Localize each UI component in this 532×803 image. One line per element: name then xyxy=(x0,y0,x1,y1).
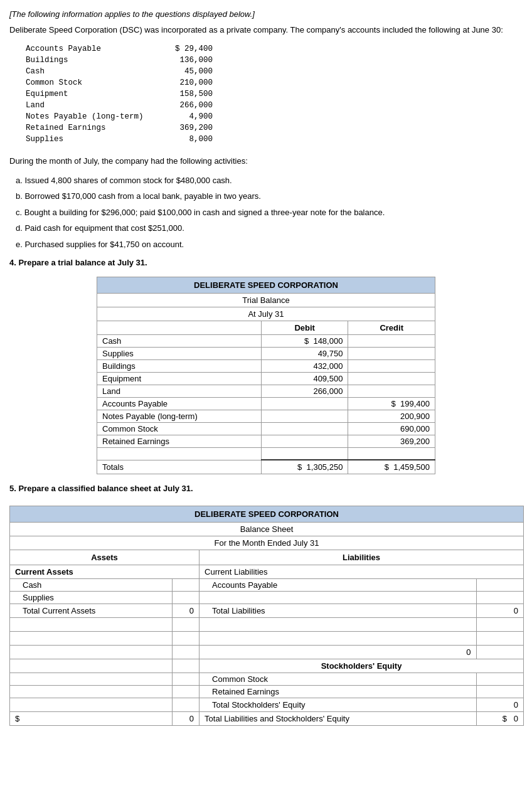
bs-re-row: Retained Earnings xyxy=(10,686,524,698)
tb-debit-np xyxy=(261,410,348,422)
tb-col-header-row: Debit Credit xyxy=(97,321,435,334)
account-row: Supplies8,000 xyxy=(23,134,225,144)
description-text: Deliberate Speed Corporation (DSC) was i… xyxy=(9,24,523,36)
bs-col-liabilities: Liabilities xyxy=(200,550,524,565)
tb-credit-equipment xyxy=(348,372,435,385)
bs-empty-row1 xyxy=(10,618,524,632)
tb-title: Trial Balance xyxy=(97,293,435,307)
tb-debit-supplies: 49,750 xyxy=(261,347,348,359)
bs-col-assets: Assets xyxy=(10,550,200,565)
activity-item: c. Bought a building for $296,000; paid … xyxy=(16,205,523,220)
question5: 5. Prepare a classified balance sheet at… xyxy=(9,484,523,493)
tb-row-ap: Accounts Payable $ 199,400 xyxy=(97,397,435,410)
tb-account-cs: Common Stock xyxy=(97,422,262,435)
account-row: Common Stock210,000 xyxy=(23,78,225,88)
tb-credit-cs: 690,000 xyxy=(348,422,435,435)
bs-cs-value xyxy=(476,673,523,686)
tb-col-account xyxy=(97,321,262,334)
activity-item: e. Purchased supplies for $41,750 on acc… xyxy=(16,237,523,252)
tb-account-ap: Accounts Payable xyxy=(97,397,262,410)
balance-sheet-section: DELIBERATE SPEED CORPORATION Balance She… xyxy=(9,506,524,726)
bs-re-label: Retained Earnings xyxy=(200,686,477,698)
tb-row-cash: Cash $ 148,000 xyxy=(97,334,435,347)
bs-supplies-label: Supplies xyxy=(10,592,173,604)
tb-debit-empty xyxy=(261,447,348,460)
bs-total-ca-label: Total Current Assets xyxy=(10,604,173,618)
intro-text: [The following information applies to th… xyxy=(9,9,523,19)
tb-credit-ap: $ 199,400 xyxy=(348,397,435,410)
tb-totals-credit: $ 1,459,500 xyxy=(348,460,435,474)
bs-company-row: DELIBERATE SPEED CORPORATION xyxy=(10,506,524,523)
tb-account-np: Notes Payable (long-term) xyxy=(97,410,262,422)
bs-supplies-row: Supplies xyxy=(10,592,524,604)
tb-row-equipment: Equipment 409,500 xyxy=(97,372,435,385)
tb-debit-land: 266,000 xyxy=(261,385,348,397)
bs-dollar-right: $ xyxy=(503,714,511,723)
tb-totals-debit: $ 1,305,250 xyxy=(261,460,348,474)
account-row: Accounts Payable$ 29,400 xyxy=(23,44,225,54)
bs-total-liab-label: Total Liabilities xyxy=(200,604,477,618)
tb-account-cash: Cash xyxy=(97,334,262,347)
tb-credit-buildings xyxy=(348,359,435,372)
tb-account-land: Land xyxy=(97,385,262,397)
bs-current-liab-header: Current Liabilities xyxy=(200,565,524,579)
activities-intro: During the month of July, the company ha… xyxy=(9,155,523,168)
bs-total-se-label: Total Stockholders' Equity xyxy=(200,698,477,712)
activity-item: a. Issued 4,800 shares of common stock f… xyxy=(16,173,523,188)
bs-tlse-num: 0 xyxy=(514,714,518,723)
account-row: Retained Earnings369,200 xyxy=(23,123,225,133)
bs-se-header: Stockholders' Equity xyxy=(200,659,524,673)
account-row: Land266,000 xyxy=(23,100,225,110)
tb-row-land: Land 266,000 xyxy=(97,385,435,397)
tb-credit-supplies xyxy=(348,347,435,359)
bs-total-liab-eq-value: $ 0 xyxy=(476,712,523,726)
tb-totals-row: Totals $ 1,305,250 $ 1,459,500 xyxy=(97,460,435,474)
bs-total-ca-value: 0 xyxy=(172,604,199,618)
bs-total-assets-value: 0 xyxy=(172,712,199,726)
tb-account-equipment: Equipment xyxy=(97,372,262,385)
account-row: Notes Payable (long-term)4,900 xyxy=(23,112,225,122)
tb-row-supplies: Supplies 49,750 xyxy=(97,347,435,359)
tb-date-row: At July 31 xyxy=(97,307,435,321)
bs-total-liab-eq-label: Total Liabilities and Stockholders' Equi… xyxy=(200,712,477,726)
bs-total-liab-value: 0 xyxy=(476,604,523,618)
bs-total-liab-eq-row: $ 0 Total Liabilities and Stockholders' … xyxy=(10,712,524,726)
tb-row-np: Notes Payable (long-term) 200,900 xyxy=(97,410,435,422)
bs-cash-value xyxy=(172,579,199,592)
bs-current-assets-header: Current Assets xyxy=(10,565,200,579)
bs-date-row: For the Month Ended July 31 xyxy=(10,536,524,550)
bs-cs-row: Common Stock xyxy=(10,673,524,686)
tb-credit-empty xyxy=(348,447,435,460)
bs-dollar-left: $ xyxy=(10,712,173,726)
balance-sheet-table: DELIBERATE SPEED CORPORATION Balance She… xyxy=(9,506,524,726)
bs-title: Balance Sheet xyxy=(10,523,524,536)
bs-empty-row2 xyxy=(10,632,524,646)
activity-item: b. Borrowed $170,000 cash from a local b… xyxy=(16,189,523,203)
tb-credit-land xyxy=(348,385,435,397)
bs-ap-label: Accounts Payable xyxy=(200,579,477,592)
tb-company-name: DELIBERATE SPEED CORPORATION xyxy=(97,277,435,293)
tb-title-row: Trial Balance xyxy=(97,293,435,307)
bs-empty-row3: 0 xyxy=(10,646,524,659)
tb-company-row: DELIBERATE SPEED CORPORATION xyxy=(97,277,435,293)
bs-cash-label: Cash xyxy=(10,579,173,592)
bs-total-current-row: Total Current Assets 0 Total Liabilities… xyxy=(10,604,524,618)
tb-debit-cs xyxy=(261,422,348,435)
bs-total-se-value: 0 xyxy=(476,698,523,712)
bs-date: For the Month Ended July 31 xyxy=(10,536,524,550)
bs-se-header-row: Stockholders' Equity xyxy=(10,659,524,673)
tb-account-buildings: Buildings xyxy=(97,359,262,372)
tb-row-empty xyxy=(97,447,435,460)
accounts-table: Accounts Payable$ 29,400Buildings136,000… xyxy=(22,43,226,146)
tb-debit-buildings: 432,000 xyxy=(261,359,348,372)
bs-current-sections-row: Current Assets Current Liabilities xyxy=(10,565,524,579)
tb-account-supplies: Supplies xyxy=(97,347,262,359)
bs-total-se-row: Total Stockholders' Equity 0 xyxy=(10,698,524,712)
tb-credit-cash xyxy=(348,334,435,347)
tb-totals-label: Totals xyxy=(97,460,262,474)
tb-col-debit: Debit xyxy=(261,321,348,334)
trial-balance-table: DELIBERATE SPEED CORPORATION Trial Balan… xyxy=(97,277,435,475)
bs-company-name: DELIBERATE SPEED CORPORATION xyxy=(10,506,524,523)
bs-cs-label: Common Stock xyxy=(200,673,477,686)
tb-account-empty xyxy=(97,447,262,460)
